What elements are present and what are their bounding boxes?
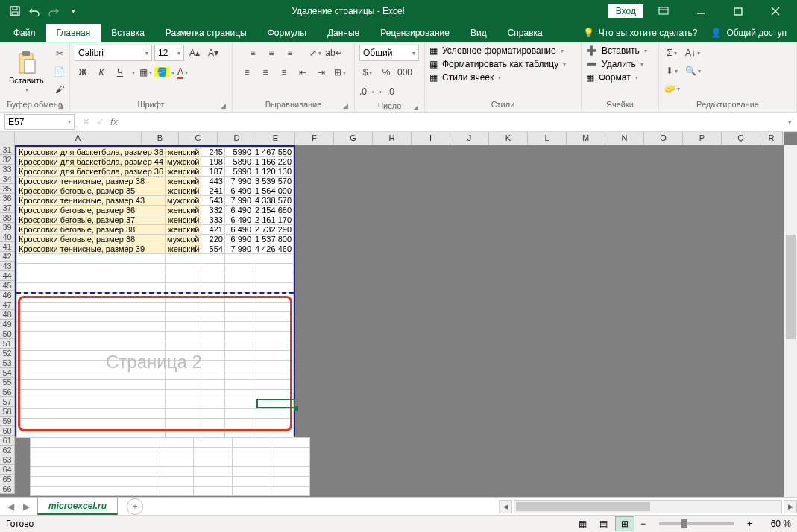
fill-handle[interactable] <box>294 406 298 411</box>
border-icon[interactable]: ▦▾ <box>137 64 154 80</box>
currency-icon[interactable]: $▾ <box>359 64 376 80</box>
hscroll-thumb[interactable] <box>516 502 650 511</box>
tab-layout[interactable]: Разметка страницы <box>155 24 257 42</box>
col-header[interactable]: O <box>644 132 683 145</box>
row-header[interactable]: 52 <box>0 349 14 358</box>
table-row[interactable]: Кроссовки теннисные, размер 43мужской543… <box>17 196 294 206</box>
horizontal-scrollbar[interactable]: ◀ ▶ <box>499 500 797 513</box>
col-header[interactable]: D <box>218 132 256 145</box>
row-header[interactable]: 33 <box>0 165 14 174</box>
share-button[interactable]: 👤 Общий доступ <box>711 28 787 38</box>
zoom-slider[interactable] <box>659 522 734 525</box>
name-box[interactable]: E57▾ <box>4 114 75 130</box>
row-header[interactable]: 61 <box>0 436 14 446</box>
tab-help[interactable]: Справка <box>497 24 553 42</box>
table-row[interactable] <box>31 438 310 448</box>
table-row[interactable] <box>31 477 310 487</box>
minimize-button[interactable] <box>684 0 718 22</box>
row-header[interactable]: 47 <box>0 300 14 310</box>
indent-inc-icon[interactable]: ⇥ <box>313 64 330 80</box>
increase-font-icon[interactable]: A▴ <box>186 45 203 61</box>
row-header[interactable]: 64 <box>0 465 14 475</box>
table-row[interactable]: Кроссовки беговые, размер 35женский2416 … <box>17 186 294 196</box>
prev-sheet-icon[interactable]: ◀ <box>7 501 14 512</box>
row-header[interactable]: 46 <box>0 291 14 300</box>
paste-button[interactable]: Вставить ▾ <box>4 48 48 96</box>
sort-filter-icon[interactable]: A↓▾ <box>682 45 703 61</box>
inc-decimal-icon[interactable]: .0→ <box>359 83 376 100</box>
col-header[interactable]: M <box>567 132 605 145</box>
percent-icon[interactable]: % <box>378 64 394 80</box>
align-left-icon[interactable]: ≡ <box>239 64 255 80</box>
row-header[interactable]: 32 <box>0 155 14 165</box>
align-bottom-icon[interactable]: ≡ <box>282 45 298 61</box>
col-header[interactable]: C <box>179 132 218 145</box>
autosum-icon[interactable]: Σ▾ <box>664 45 680 61</box>
table-row[interactable] <box>31 448 310 457</box>
tab-review[interactable]: Рецензирование <box>370 24 460 42</box>
align-right-icon[interactable]: ≡ <box>276 64 292 80</box>
copy-icon[interactable]: 📄 <box>51 63 68 80</box>
wrap-text-icon[interactable]: ab↵ <box>326 45 342 61</box>
row-header[interactable]: 59 <box>0 417 14 426</box>
save-icon[interactable] <box>6 2 24 20</box>
zoom-thumb[interactable] <box>681 519 687 528</box>
row-header[interactable]: 62 <box>0 446 14 455</box>
row-header[interactable]: 57 <box>0 397 14 407</box>
next-sheet-icon[interactable]: ▶ <box>23 501 30 512</box>
vertical-scrollbar[interactable] <box>784 145 797 497</box>
cond-format-button[interactable]: ▦Условное форматирование▾ <box>429 45 564 57</box>
tab-data[interactable]: Данные <box>317 24 370 42</box>
active-cell[interactable] <box>256 399 295 408</box>
row-header[interactable]: 53 <box>0 358 14 368</box>
tab-formulas[interactable]: Формулы <box>257 24 317 42</box>
launcher-icon[interactable]: ◢ <box>413 104 418 111</box>
expand-formula-icon[interactable]: ▾ <box>782 118 797 126</box>
col-header[interactable]: F <box>295 132 334 145</box>
table-row[interactable]: Кроссовки беговые, размер 38женский4216 … <box>17 225 294 235</box>
col-header[interactable]: K <box>489 132 528 145</box>
row-header[interactable]: 56 <box>0 387 14 397</box>
tab-file[interactable]: Файл <box>3 24 46 42</box>
table-row[interactable] <box>17 254 294 264</box>
row-header[interactable]: 63 <box>0 455 14 465</box>
fill-icon[interactable]: ⬇▾ <box>664 63 680 79</box>
row-header[interactable]: 36 <box>0 194 14 203</box>
undo-icon[interactable] <box>25 2 43 20</box>
formula-input[interactable] <box>124 114 775 130</box>
merge-icon[interactable]: ⊞▾ <box>332 64 348 80</box>
enter-icon[interactable]: ✓ <box>96 116 104 127</box>
format-cells-button[interactable]: ▦Формат▾ <box>586 72 638 83</box>
table-row[interactable]: Кроссовки беговые, размер 36женский3326 … <box>17 206 294 215</box>
col-header[interactable]: N <box>605 132 644 145</box>
row-header[interactable]: 60 <box>0 426 14 436</box>
hscroll-left-icon[interactable]: ◀ <box>499 500 512 513</box>
qat-customize-icon[interactable]: ▾ <box>64 2 82 20</box>
table-row[interactable]: Кроссовки теннисные, размер 39женский554… <box>17 244 294 254</box>
vscroll-thumb[interactable] <box>786 235 796 339</box>
row-header[interactable]: 66 <box>0 484 14 494</box>
col-header[interactable]: R <box>760 132 783 145</box>
table-row[interactable] <box>17 273 294 283</box>
table-row[interactable] <box>31 487 310 496</box>
cut-icon[interactable]: ✂ <box>51 45 68 62</box>
maximize-button[interactable] <box>721 0 755 22</box>
table-row[interactable]: Кроссовки для баскетбола, размер 38женск… <box>17 148 294 157</box>
tab-home[interactable]: Главная <box>46 24 101 42</box>
row-header[interactable]: 40 <box>0 232 14 242</box>
comma-icon[interactable]: 000 <box>397 64 413 80</box>
tab-insert[interactable]: Вставка <box>101 24 155 42</box>
align-center-icon[interactable]: ≡ <box>257 64 274 80</box>
decrease-font-icon[interactable]: A▾ <box>205 45 221 61</box>
cancel-icon[interactable]: ✕ <box>82 116 90 127</box>
table-row[interactable] <box>17 264 294 273</box>
row-header[interactable]: 58 <box>0 407 14 417</box>
font-size-combo[interactable]: 12▾ <box>154 45 184 61</box>
indent-dec-icon[interactable]: ⇤ <box>294 64 311 80</box>
row-header[interactable]: 42 <box>0 252 14 262</box>
row-header[interactable]: 37 <box>0 203 14 213</box>
italic-button[interactable]: К <box>93 64 110 80</box>
hscroll-right-icon[interactable]: ▶ <box>784 500 797 513</box>
fill-color-icon[interactable]: 🪣▾ <box>156 64 172 80</box>
clear-icon[interactable]: 🧽▾ <box>664 80 680 97</box>
